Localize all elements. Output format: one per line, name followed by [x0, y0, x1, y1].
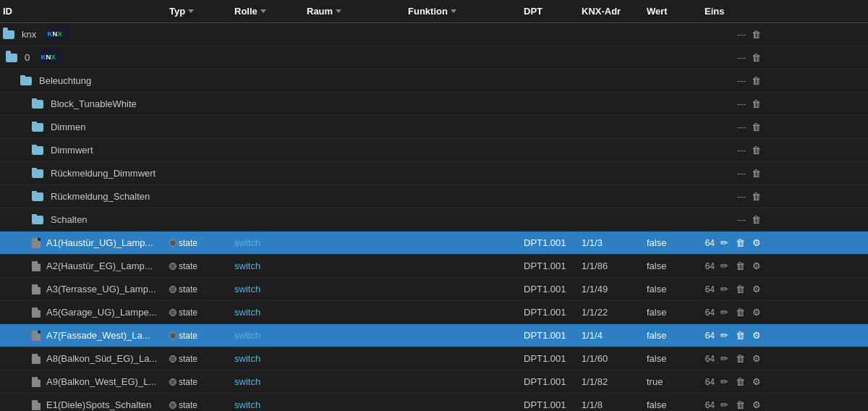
pencil-icon — [720, 376, 728, 387]
settings-button[interactable] — [751, 237, 762, 249]
file-id-cell: A7(Fassade_West)_La... — [3, 330, 169, 341]
file-typ: state — [169, 354, 234, 364]
file-knx: 1/1/86 — [582, 260, 647, 271]
table-row[interactable]: Rückmeldung_Schalten --- — [0, 185, 868, 208]
col-eins: Eins — [705, 6, 748, 17]
folder-eins: --- — [705, 121, 762, 133]
table-row[interactable]: A2(Haustür_EG)_Lamp... state switch DPT1… — [0, 255, 868, 278]
delete-button[interactable] — [750, 51, 762, 64]
state-badge: state — [169, 354, 197, 364]
file-typ: state — [169, 377, 234, 387]
pencil-icon — [720, 260, 728, 271]
eins-number: 664 — [705, 284, 715, 295]
delete-button[interactable] — [734, 260, 746, 272]
edit-button[interactable] — [719, 260, 730, 272]
switch-label: switch — [234, 260, 260, 271]
table-row[interactable]: Rückmeldung_Dimmwert --- — [0, 162, 868, 185]
table-row[interactable]: A3(Terrasse_UG)_Lamp... state switch DPT… — [0, 278, 868, 301]
col-raum[interactable]: Raum — [307, 6, 408, 17]
edit-button[interactable] — [719, 306, 730, 318]
file-funktion-cell: switch — [234, 376, 307, 387]
delete-button[interactable] — [750, 167, 762, 179]
typ-sort-icon — [188, 9, 194, 13]
delete-button[interactable] — [734, 237, 746, 249]
table-row[interactable]: Beleuchtung --- — [0, 69, 868, 93]
file-label: A8(Balkon_Süd_EG)_La... — [46, 353, 157, 364]
pencil-icon — [720, 284, 728, 295]
settings-button[interactable] — [751, 329, 762, 342]
state-badge: state — [169, 308, 197, 318]
col-rolle[interactable]: Rolle — [234, 6, 307, 17]
trash-icon — [752, 52, 761, 63]
table-row[interactable]: Dimmwert --- — [0, 139, 868, 162]
table-row[interactable]: Block_TunableWhite --- — [0, 93, 868, 116]
switch-label: switch — [234, 237, 260, 248]
folder-dashes: --- — [737, 99, 746, 109]
state-dot-icon — [169, 309, 176, 316]
trash-icon — [736, 307, 745, 318]
trash-icon — [736, 353, 745, 364]
delete-button[interactable] — [750, 213, 762, 226]
settings-button[interactable] — [751, 283, 762, 295]
col-funktion[interactable]: Funktion — [408, 6, 524, 17]
settings-button[interactable] — [751, 352, 762, 365]
trash-icon — [736, 284, 745, 295]
folder-label: Rückmeldung_Dimmwert — [51, 168, 156, 179]
settings-button[interactable] — [751, 399, 762, 411]
col-typ[interactable]: Typ — [169, 6, 234, 17]
settings-button[interactable] — [751, 376, 762, 388]
state-badge: state — [169, 261, 197, 271]
edit-button[interactable] — [719, 237, 730, 249]
edit-button[interactable] — [719, 352, 730, 365]
delete-button[interactable] — [750, 98, 762, 110]
delete-button[interactable] — [734, 306, 746, 318]
table-row[interactable]: A9(Balkon_West_EG)_L... state switch DPT… — [0, 370, 868, 394]
delete-button[interactable] — [734, 329, 746, 342]
edit-button[interactable] — [719, 399, 730, 411]
table-row[interactable]: A7(Fassade_West)_La... state switch DPT1… — [0, 324, 868, 347]
delete-button[interactable] — [750, 121, 762, 133]
pencil-icon — [720, 399, 728, 410]
table-row[interactable]: A1(Haustür_UG)_Lamp... state switch DPT1… — [0, 232, 868, 255]
file-icon — [32, 377, 41, 387]
table-row[interactable]: A5(Garage_UG)_Lampe... state switch DPT1… — [0, 301, 868, 324]
table-row[interactable]: E1(Diele)Spots_Schalten state switch DPT… — [0, 394, 868, 411]
state-badge: state — [169, 400, 197, 410]
table-row[interactable]: A8(Balkon_Süd_EG)_La... state switch DPT… — [0, 347, 868, 370]
knx-logo: KNX — [46, 25, 69, 43]
edit-button[interactable] — [719, 329, 730, 342]
file-eins: 664 — [705, 329, 762, 342]
file-label: A2(Haustür_EG)_Lamp... — [46, 260, 153, 271]
state-dot-icon — [169, 240, 176, 247]
file-dpt: DPT1.001 — [524, 284, 582, 295]
col-wert: Wert — [647, 6, 705, 17]
file-eins: 664 — [705, 352, 762, 365]
file-id-cell: A5(Garage_UG)_Lampe... — [3, 307, 169, 318]
folder-id-cell: Rückmeldung_Dimmwert — [3, 168, 169, 179]
state-dot-icon — [169, 402, 176, 409]
edit-button[interactable] — [719, 283, 730, 295]
settings-button[interactable] — [751, 260, 762, 272]
delete-button[interactable] — [734, 399, 746, 411]
folder-dashes: --- — [737, 76, 746, 86]
state-dot-icon — [169, 355, 176, 363]
delete-button[interactable] — [734, 376, 746, 388]
file-icon — [32, 354, 41, 364]
table-row[interactable]: 0 KNX --- — [0, 46, 868, 69]
switch-label: switch — [234, 307, 260, 318]
delete-button[interactable] — [750, 144, 762, 156]
pencil-icon — [720, 330, 728, 341]
edit-button[interactable] — [719, 376, 730, 388]
delete-button[interactable] — [734, 352, 746, 365]
trash-icon — [736, 260, 745, 271]
table-row[interactable]: Schalten --- — [0, 208, 868, 232]
delete-button[interactable] — [734, 283, 746, 295]
table-row[interactable]: knx KNX --- — [0, 23, 868, 46]
delete-button[interactable] — [750, 28, 762, 41]
settings-button[interactable] — [751, 306, 762, 318]
state-label: state — [179, 308, 197, 318]
delete-button[interactable] — [750, 190, 762, 203]
table-row[interactable]: Dimmen --- — [0, 116, 868, 139]
delete-button[interactable] — [750, 75, 762, 87]
eins-number: 664 — [705, 261, 715, 271]
